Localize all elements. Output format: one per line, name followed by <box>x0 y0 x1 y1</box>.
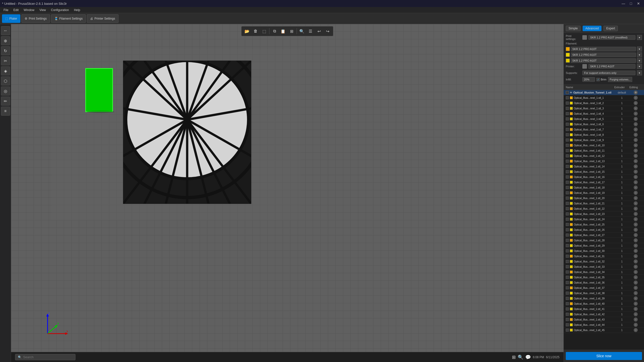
item-edit-btn[interactable]: ○ <box>634 170 638 174</box>
object-list-item[interactable]: Optical_Illus...nnel_1.stl_44 1 ○ <box>564 322 644 328</box>
object-list-item[interactable]: Optical_Illusi...nnel_1.stl_4 1 ○ <box>564 111 644 116</box>
advanced-mode-button[interactable]: Advanced <box>583 26 601 31</box>
layers-tool[interactable]: ≡ <box>1 107 10 116</box>
object-list-item[interactable]: Optical_Illus...nnel_1.stl_19 1 ○ <box>564 190 644 196</box>
item-checkbox[interactable] <box>566 181 569 184</box>
item-checkbox[interactable] <box>566 117 569 120</box>
item-checkbox[interactable] <box>566 165 569 168</box>
item-checkbox[interactable] <box>566 270 569 274</box>
item-checkbox[interactable] <box>566 297 569 300</box>
item-edit-btn[interactable]: ○ <box>634 180 638 184</box>
delete-button[interactable]: 🗑 <box>252 27 260 35</box>
root-edit-btn[interactable]: ⚙ <box>634 90 638 95</box>
zoom-button[interactable]: 🔍 <box>298 27 306 35</box>
object-list-item[interactable]: Optical_Illus...nnel_1.stl_40 1 ○ <box>564 301 644 306</box>
menu-help[interactable]: Help <box>71 8 83 12</box>
close-button[interactable]: ✕ <box>635 1 642 6</box>
item-edit-btn[interactable]: ○ <box>634 259 638 263</box>
item-checkbox[interactable] <box>566 175 569 178</box>
item-edit-btn[interactable]: ○ <box>634 201 638 205</box>
filament-menu-3[interactable]: ▾ <box>637 58 642 63</box>
support-tool[interactable]: ⬡ <box>1 76 10 85</box>
item-edit-btn[interactable]: ○ <box>634 164 638 168</box>
object-list-item[interactable]: Optical_Illus...nnel_1.stl_39 1 ○ <box>564 296 644 301</box>
item-checkbox[interactable] <box>566 234 569 237</box>
item-edit-btn[interactable]: ○ <box>634 175 638 179</box>
taskbar-icon-2[interactable]: 🔍 <box>518 354 523 360</box>
filament-menu-2[interactable]: ▾ <box>637 52 642 57</box>
item-edit-btn[interactable]: ○ <box>634 149 638 153</box>
object-list-item[interactable]: Optical_Illus...nnel_1.stl_33 1 ○ <box>564 264 644 269</box>
object-root-row[interactable]: 👁 Optical_Illusion_Tunnel_1.stl default … <box>564 90 644 95</box>
item-edit-btn[interactable]: ○ <box>634 127 638 131</box>
filament-menu-1[interactable]: ▾ <box>637 47 642 52</box>
object-list-item[interactable]: Optical_Illus...nnel_1.stl_10 1 ○ <box>564 143 644 148</box>
open-file-button[interactable]: 📂 <box>243 27 251 35</box>
item-edit-btn[interactable]: ○ <box>634 122 638 126</box>
object-list-item[interactable]: Optical_Illus...nnel_1.stl_45 1 ○ <box>564 328 644 333</box>
item-checkbox[interactable] <box>566 223 569 226</box>
object-list-item[interactable]: Optical_Illus...nnel_1.stl_24 1 ○ <box>564 217 644 222</box>
item-edit-btn[interactable]: ○ <box>634 112 638 116</box>
item-checkbox[interactable] <box>566 128 569 131</box>
object-list-item[interactable]: Optical_Illus...nnel_1.stl_22 1 ○ <box>564 206 644 211</box>
infill-input[interactable] <box>582 77 595 82</box>
item-edit-btn[interactable]: ○ <box>634 328 638 332</box>
object-list-item[interactable]: Optical_Illus...nnel_1.stl_23 1 ○ <box>564 211 644 217</box>
redo-button[interactable]: ↪ <box>324 27 332 35</box>
scale-tool[interactable]: ⊕ <box>1 36 10 45</box>
object-list-item[interactable]: Optical_Illus...nnel_1.stl_30 1 ○ <box>564 248 644 254</box>
item-checkbox[interactable] <box>566 313 569 316</box>
seam-tool[interactable]: ◎ <box>1 86 10 96</box>
item-edit-btn[interactable]: ○ <box>634 117 638 121</box>
object-list-item[interactable]: Optical_Illus...nnel_1.stl_36 1 ○ <box>564 280 644 285</box>
print-settings-menu[interactable]: ▾ <box>637 35 642 40</box>
item-edit-btn[interactable]: ○ <box>634 133 638 137</box>
copy-button[interactable]: ⧉ <box>270 27 278 35</box>
item-edit-btn[interactable]: ○ <box>634 312 638 316</box>
item-checkbox[interactable] <box>566 96 569 99</box>
menu-view[interactable]: View <box>37 8 49 12</box>
item-checkbox[interactable] <box>566 265 569 268</box>
item-edit-btn[interactable]: ○ <box>634 270 638 274</box>
object-list-item[interactable]: Optical_Illus...nnel_1.stl_43 1 ○ <box>564 317 644 322</box>
root-eye-icon[interactable]: 👁 <box>570 91 572 94</box>
rotate-tool[interactable]: ↻ <box>1 46 10 55</box>
root-checkbox[interactable] <box>566 91 569 94</box>
item-checkbox[interactable] <box>566 329 569 332</box>
green-object[interactable] <box>85 68 113 112</box>
object-list-item[interactable]: Optical_Illus...nnel_1.stl_27 1 ○ <box>564 233 644 238</box>
simple-mode-button[interactable]: Simple <box>566 26 581 31</box>
maximize-button[interactable]: □ <box>627 1 634 6</box>
paste-button[interactable]: 📋 <box>279 27 287 35</box>
plater-tab[interactable]: ⬚ Plater <box>2 14 20 23</box>
item-edit-btn[interactable]: ○ <box>634 296 638 300</box>
item-edit-btn[interactable]: ○ <box>634 159 638 163</box>
item-edit-btn[interactable]: ○ <box>634 249 638 253</box>
object-list-item[interactable]: Optical_Illus...nnel_1.stl_16 1 ○ <box>564 174 644 180</box>
item-checkbox[interactable] <box>566 281 569 284</box>
viewport[interactable]: 📂 🗑 ⬚ ⧉ 📋 ⊞ 🔍 ☰ ↩ ↪ <box>11 24 564 362</box>
filament-settings-tab[interactable]: 🧵 Filament Settings <box>51 14 86 23</box>
object-list-item[interactable]: Optical_Illus...nnel_1.stl_21 1 ○ <box>564 201 644 206</box>
item-edit-btn[interactable]: ○ <box>634 207 638 211</box>
object-list-item[interactable]: Optical_Illus...nnel_1.stl_14 1 ○ <box>564 164 644 169</box>
object-list-item[interactable]: Optical_Illus...nnel_1.stl_13 1 ○ <box>564 159 644 164</box>
item-checkbox[interactable] <box>566 160 569 163</box>
item-checkbox[interactable] <box>566 197 569 200</box>
cut-tool[interactable]: ✂ <box>1 56 10 65</box>
item-edit-btn[interactable]: ○ <box>634 186 638 190</box>
item-edit-btn[interactable]: ○ <box>634 291 638 295</box>
undo-button[interactable]: ↩ <box>315 27 323 35</box>
item-checkbox[interactable] <box>566 286 569 289</box>
item-edit-btn[interactable]: ○ <box>634 228 638 232</box>
object-list-item[interactable]: Optical_Illus...nnel_1.stl_25 1 ○ <box>564 222 644 227</box>
settings-button[interactable]: ☰ <box>306 27 314 35</box>
object-list-item[interactable]: Optical_Illus...nnel_1.stl_15 1 ○ <box>564 169 644 174</box>
item-checkbox[interactable] <box>566 260 569 263</box>
item-checkbox[interactable] <box>566 255 569 258</box>
object-list-item[interactable]: Optical_Illus...nnel_1.stl_38 1 ○ <box>564 291 644 296</box>
item-edit-btn[interactable]: ○ <box>634 222 638 227</box>
item-checkbox[interactable] <box>566 276 569 279</box>
item-checkbox[interactable] <box>566 202 569 205</box>
